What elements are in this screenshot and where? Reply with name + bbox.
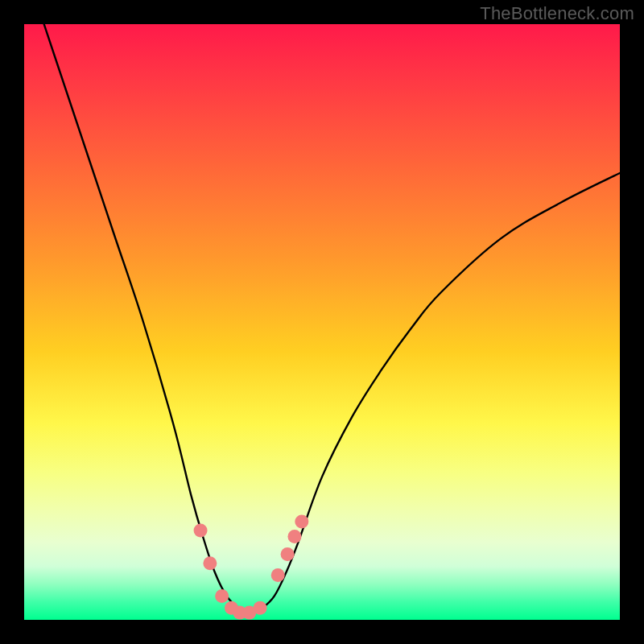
chart-area [24,24,620,620]
chart-svg [24,24,620,620]
marker-point [287,530,301,543]
marker-point [254,601,267,615]
marker-point [295,514,308,528]
bottleneck-curve-line [24,24,620,614]
marker-point [215,589,229,603]
marker-point [281,547,295,561]
marker-point [194,524,208,538]
marker-group [194,514,309,619]
watermark-text: TheBottleneck.com [480,3,634,24]
marker-point [203,556,217,570]
marker-point [271,568,285,582]
